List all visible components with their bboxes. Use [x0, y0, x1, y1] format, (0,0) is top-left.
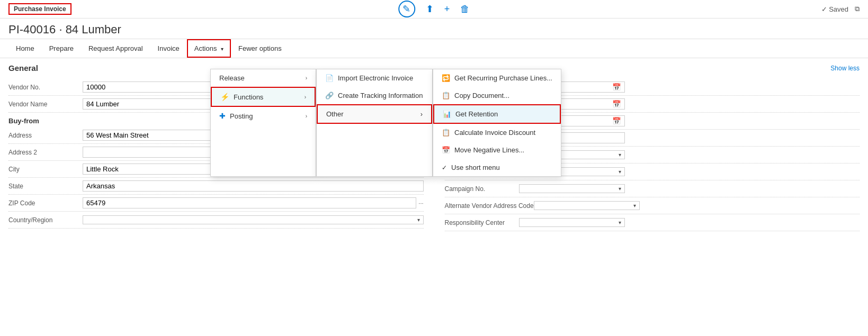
third-item-calculate-discount[interactable]: 📋 Calculate Invoice Discount	[433, 124, 561, 141]
get-recurring-icon: 🔁	[442, 74, 450, 82]
tab-fewer-options[interactable]: Fewer options	[231, 39, 289, 58]
alt-vendor-label: Alternate Vendor Address Code	[445, 202, 534, 210]
menu-item-posting[interactable]: ✚ Posting ›	[211, 107, 316, 125]
country-row: Country/Region ▾	[8, 212, 424, 229]
posting-chevron: ›	[306, 113, 307, 119]
functions-icon: ⚡	[220, 93, 229, 101]
vendor-no-label: Vendor No.	[8, 84, 83, 91]
state-label: State	[8, 183, 83, 190]
saved-status: ✓ Saved	[821, 5, 848, 13]
address-label: Address	[8, 132, 83, 139]
third-item-copy-document[interactable]: 📋 Copy Document...	[433, 87, 561, 104]
move-negative-label: Move Negative Lines...	[454, 146, 524, 154]
posting-date-calendar[interactable]: 📅	[612, 83, 621, 91]
can-row: Campaign No. ▾	[445, 180, 860, 197]
state-row: State	[8, 178, 424, 195]
zipcode-row: ZIP Code ···	[8, 195, 424, 212]
tab-home[interactable]: Home	[8, 39, 42, 58]
third-item-get-retention[interactable]: 📊 Get Retention	[433, 104, 561, 124]
zipcode-input[interactable]	[83, 197, 416, 208]
can-label: Campaign No.	[445, 185, 519, 193]
header: Purchase Invoice ✎ ⬆ + 🗑 ✓ Saved ⧉	[0, 0, 868, 19]
section-title: General	[8, 63, 38, 72]
vendor-name-label: Vendor Name	[8, 101, 83, 108]
tab-invoice[interactable]: Invoice	[150, 39, 187, 58]
functions-label: Functions	[234, 93, 263, 101]
create-tracking-label: Create Tracking Information	[338, 92, 423, 99]
nav-tabs: Home Prepare Request Approval Invoice Ac…	[0, 39, 868, 58]
import-electronic-label: Import Electronic Invoice	[338, 74, 413, 82]
country-label: Country/Region	[8, 216, 83, 224]
release-chevron: ›	[306, 75, 307, 81]
copy-document-icon: 📋	[442, 92, 450, 99]
responsibility-dropdown[interactable]: ▾	[519, 218, 625, 227]
calculate-discount-icon: 📋	[442, 129, 450, 137]
open-external-icon[interactable]: ⧉	[855, 5, 860, 13]
delete-icon[interactable]: 🗑	[460, 4, 470, 15]
address2-label: Address 2	[8, 149, 83, 156]
release-label: Release	[219, 74, 245, 82]
other-label: Other	[326, 110, 344, 118]
submenu-item-create-tracking[interactable]: 🔗 Create Tracking Information	[317, 87, 432, 104]
show-less-button[interactable]: Show less	[830, 65, 860, 72]
tab-prepare[interactable]: Prepare	[42, 39, 81, 58]
use-short-menu-check: ✓	[442, 164, 447, 171]
actions-dropdown-menu: Release › ⚡ Functions › ✚ Posting ›	[210, 69, 316, 177]
actions-arrow: ▾	[221, 46, 223, 52]
alt-vendor-dropdown[interactable]: ▾	[534, 201, 640, 210]
share-icon[interactable]: ⬆	[426, 3, 434, 15]
create-tracking-icon: 🔗	[325, 92, 334, 99]
copy-document-label: Copy Document...	[454, 92, 509, 99]
other-submenu: 🔁 Get Recurring Purchase Lines... 📋 Copy…	[433, 69, 561, 177]
functions-chevron: ›	[305, 94, 306, 100]
zipcode-field-wrapper: ···	[83, 197, 424, 208]
zipcode-label: ZIP Code	[8, 199, 83, 207]
country-dropdown-arrow: ▾	[417, 217, 420, 223]
can-dropdown[interactable]: ▾	[519, 184, 625, 193]
menu-item-functions[interactable]: ⚡ Functions ›	[211, 87, 316, 107]
third-item-get-recurring[interactable]: 🔁 Get Recurring Purchase Lines...	[433, 69, 561, 87]
calculate-discount-label: Calculate Invoice Discount	[454, 129, 535, 137]
header-right: ✓ Saved ⧉	[821, 5, 860, 13]
zipcode-dots-button[interactable]: ···	[418, 200, 423, 206]
state-input[interactable]	[83, 180, 424, 192]
third-item-use-short-menu[interactable]: ✓ Use short menu	[433, 159, 561, 176]
due-date-calendar[interactable]: 📅	[612, 117, 621, 125]
record-title: PI-40016 · 84 Lumber	[0, 19, 868, 39]
get-recurring-label: Get Recurring Purchase Lines...	[454, 74, 552, 82]
submenu-item-other[interactable]: Other ›	[317, 104, 432, 124]
functions-submenu: 📄 Import Electronic Invoice 🔗 Create Tra…	[316, 69, 433, 177]
posting-icon: ✚	[219, 112, 226, 120]
add-icon[interactable]: +	[444, 4, 450, 15]
get-retention-label: Get Retention	[455, 110, 498, 118]
other-chevron: ›	[420, 110, 423, 118]
responsibility-row: Responsibility Center ▾	[445, 214, 860, 231]
move-negative-icon: 📅	[442, 146, 450, 154]
document-date-calendar[interactable]: 📅	[612, 100, 621, 108]
posting-label: Posting	[230, 112, 253, 120]
edit-icon[interactable]: ✎	[398, 1, 415, 17]
tab-request-approval[interactable]: Request Approval	[81, 39, 150, 58]
country-dropdown[interactable]: ▾	[83, 215, 424, 224]
get-retention-icon: 📊	[443, 110, 451, 118]
page-title-badge: Purchase Invoice	[8, 3, 71, 15]
use-short-menu-label: Use short menu	[451, 164, 500, 171]
third-item-move-negative[interactable]: 📅 Move Negative Lines...	[433, 141, 561, 159]
alt-vendor-row: Alternate Vendor Address Code ▾	[445, 197, 860, 214]
import-electronic-icon: 📄	[325, 74, 334, 82]
city-label: City	[8, 166, 83, 173]
submenu-item-import-electronic[interactable]: 📄 Import Electronic Invoice	[317, 69, 432, 87]
responsibility-label: Responsibility Center	[445, 219, 519, 226]
header-icons: ✎ ⬆ + 🗑	[398, 1, 470, 17]
tab-actions[interactable]: Actions ▾	[187, 39, 231, 58]
dropdown-menu-overlay: Release › ⚡ Functions › ✚ Posting › 📄 Im…	[210, 69, 561, 177]
menu-item-release[interactable]: Release ›	[211, 69, 316, 87]
